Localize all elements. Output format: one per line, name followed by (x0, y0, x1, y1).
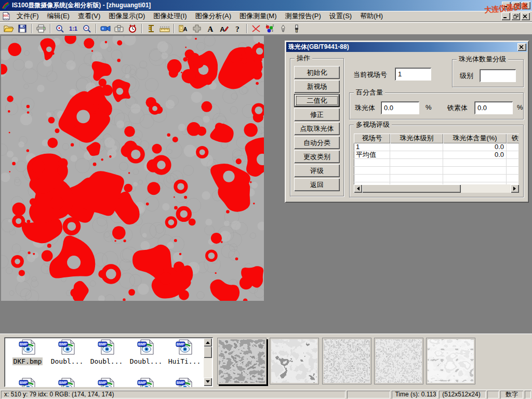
thumbnail-3[interactable] (322, 338, 371, 384)
file-item[interactable] (127, 378, 165, 387)
microstructure-image[interactable] (1, 36, 264, 301)
thumbnail-1[interactable] (217, 338, 267, 384)
file-list-vscrollbar[interactable] (204, 338, 212, 386)
actual-size-button[interactable]: 1:1 (66, 23, 80, 34)
col-level: 珠光体级别 (390, 134, 443, 143)
auto-classify-button[interactable]: 自动分类 (294, 136, 340, 149)
menu-image-analysis[interactable]: 图像分析(A) (191, 10, 235, 22)
pen-button[interactable] (276, 23, 290, 34)
vscroll-thumb[interactable] (204, 347, 212, 358)
return-button[interactable]: 返回 (294, 178, 340, 191)
print-button[interactable] (34, 23, 48, 34)
mdi-minimize-button[interactable] (501, 12, 510, 20)
annotate-icon: A (219, 24, 229, 33)
ferrite-percent-input[interactable] (475, 102, 512, 113)
hscroll-thumb[interactable] (362, 184, 461, 193)
timer-button[interactable] (126, 23, 139, 34)
cell-field: 1 (354, 143, 390, 151)
change-class-button[interactable]: 更改类别 (294, 150, 340, 163)
help-button[interactable]: ? (231, 23, 244, 34)
restore-button[interactable] (512, 2, 521, 9)
menu-file[interactable]: 文件(F) (12, 10, 43, 22)
file-browser[interactable]: DKF.bmp Doubl... Doubl... Doubl... HuiTi… (4, 337, 213, 387)
minimize-button[interactable] (502, 2, 511, 9)
close-button[interactable] (522, 2, 530, 9)
current-view-input[interactable] (396, 69, 430, 79)
file-item[interactable] (8, 378, 47, 387)
menu-edit[interactable]: 编辑(E) (43, 10, 74, 22)
menu-image-measure[interactable]: 图像测量(M) (235, 10, 281, 22)
dialog-title-bar[interactable]: 珠光体(GB/T9441-88) (286, 42, 527, 52)
file-item[interactable]: Doubl... (48, 339, 86, 365)
zoom-out-button[interactable] (80, 23, 94, 34)
file-item[interactable] (48, 378, 86, 387)
file-item[interactable] (87, 378, 126, 387)
file-label[interactable]: DKF.bmp (12, 357, 43, 365)
new-field-button[interactable]: 新视场 (294, 80, 340, 93)
caliper-icon (148, 24, 155, 33)
file-label[interactable]: Doubl... (129, 357, 164, 365)
menu-view[interactable]: 查看(V) (74, 10, 104, 22)
operation-group: 操作 初始化 新视场 二值化 修正 点取珠光体 自动分类 更改类别 评级 返回 (290, 58, 344, 196)
cell-level (390, 151, 443, 159)
rate-button[interactable]: 评级 (294, 164, 340, 177)
grid-tool-button[interactable] (190, 23, 204, 34)
brush-button[interactable] (290, 23, 303, 34)
ferrite-fieldwrap (474, 101, 513, 114)
pearlite-percent-sign: % (425, 103, 432, 111)
file-item[interactable] (165, 378, 204, 387)
correct-button[interactable]: 修正 (294, 108, 340, 121)
video-camera-button[interactable] (99, 23, 112, 34)
thumbnail-2[interactable] (270, 338, 319, 384)
text-button[interactable]: A (204, 23, 217, 34)
menu-help[interactable]: 帮助(H) (356, 10, 387, 22)
document-icon[interactable]: DOC (2, 12, 10, 20)
table-hscrollbar[interactable] (354, 184, 519, 193)
ruler-button[interactable] (158, 23, 171, 34)
svg-text:A: A (208, 25, 214, 33)
file-item[interactable]: Doubl... (127, 339, 165, 365)
percent-group-label: 百分含量 (354, 89, 385, 96)
caliper-button[interactable] (144, 23, 158, 34)
app-icon (2, 2, 10, 10)
scroll-right-button[interactable] (511, 184, 519, 193)
zoom-in-button[interactable] (53, 23, 66, 34)
thumbnail-4[interactable] (374, 338, 423, 384)
svg-text:3: 3 (272, 30, 273, 32)
file-item[interactable]: DKF.bmp (8, 339, 47, 365)
open-button[interactable] (2, 23, 16, 34)
grading-group: 珠光体数量分级 级别 (452, 59, 524, 87)
pearlite-percent-input[interactable] (382, 102, 418, 113)
level-input[interactable] (481, 70, 515, 81)
file-label[interactable]: HuiTi... (167, 357, 202, 365)
measure-text-button[interactable]: A (177, 23, 190, 34)
menu-settings[interactable]: 设置(S) (325, 10, 356, 22)
binarize-button[interactable]: 二值化 (294, 94, 340, 107)
cell-pearlite: 0.0 (443, 151, 507, 159)
file-item[interactable]: HuiTi... (165, 339, 204, 365)
menu-image-display[interactable]: 图像显示(D) (104, 10, 149, 22)
cell-field: 平均值 (354, 151, 390, 159)
table-row-empty (354, 159, 519, 167)
dialog-close-button[interactable] (517, 43, 526, 51)
file-label[interactable]: Doubl... (89, 357, 124, 365)
toolbar-separator (50, 24, 51, 33)
classify-balls-button[interactable]: 123 (263, 23, 276, 34)
pick-pearlite-button[interactable]: 点取珠光体 (294, 122, 340, 135)
menu-report[interactable]: 测量报告(P) (281, 10, 325, 22)
curve-erase-button[interactable] (249, 23, 263, 34)
thumbnail-5[interactable] (426, 338, 475, 384)
save-button[interactable] (16, 23, 29, 34)
scroll-left-button[interactable] (354, 184, 362, 193)
init-button[interactable]: 初始化 (294, 66, 340, 79)
scroll-down-button[interactable] (204, 378, 212, 386)
scroll-up-button[interactable] (204, 338, 212, 347)
annotate-button[interactable]: A (217, 23, 231, 34)
mdi-restore-button[interactable] (511, 12, 520, 20)
file-item[interactable]: Doubl... (87, 339, 126, 365)
rating-table[interactable]: 视场号 珠光体级别 珠光体含量(%) 铁素体含量(%) 1 0.0 平均值 0.… (354, 134, 519, 190)
mdi-close-button[interactable] (521, 12, 530, 20)
menu-image-process[interactable]: 图像处理(I) (149, 10, 191, 22)
camera-button[interactable] (112, 23, 126, 34)
file-label[interactable]: Doubl... (50, 357, 85, 365)
